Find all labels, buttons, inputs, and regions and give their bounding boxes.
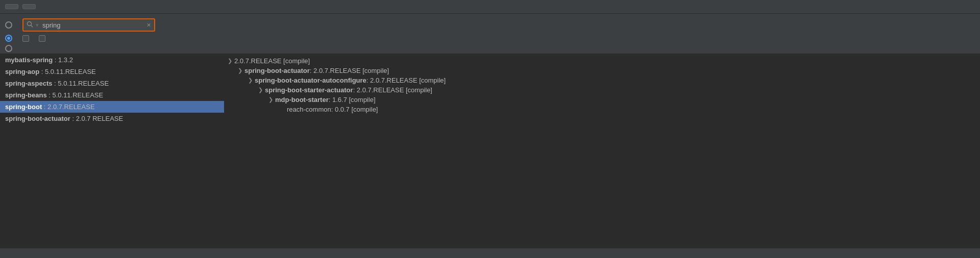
dep-name: spring-aspects <box>5 80 52 87</box>
radio-all-deps-list[interactable] <box>5 35 15 42</box>
toolbar <box>0 0 980 14</box>
tree-item[interactable]: ❯spring-boot-actuator-autoconfigure : 2.… <box>225 75 980 85</box>
dep-name: spring-boot-starter-actuator <box>265 86 353 94</box>
radio-circle-conflicts <box>5 21 12 29</box>
svg-point-0 <box>28 22 32 26</box>
filter-row-list <box>5 33 975 43</box>
dep-version: : 2.0.7.RELEASE <box>42 103 94 111</box>
reimport-button[interactable] <box>22 4 36 9</box>
list-item[interactable]: spring-boot : 2.0.7.RELEASE <box>0 101 224 113</box>
svg-line-1 <box>31 25 33 28</box>
list-item[interactable]: spring-aop : 5.0.11.RELEASE <box>0 66 224 78</box>
chevron-icon: ❯ <box>228 58 232 64</box>
refresh-ui-button[interactable] <box>5 4 18 9</box>
dep-version: : 0.0.7 [compile] <box>331 106 378 113</box>
chevron-icon: ❯ <box>248 77 253 84</box>
tree-item[interactable]: ❯2.0.7.RELEASE [compile] <box>225 56 980 66</box>
dep-name: spring-boot-actuator <box>5 115 70 122</box>
search-input[interactable] <box>42 21 144 29</box>
dep-name: mybatis-spring <box>5 56 53 64</box>
chevron-icon: ❯ <box>238 67 242 74</box>
dep-version: : 5.0.11.RELEASE <box>39 68 96 75</box>
filter-section: ▾ ✕ <box>0 14 980 54</box>
right-pane: ❯2.0.7.RELEASE [compile]❯spring-boot-act… <box>225 54 980 248</box>
dep-name: mdp-boot-starter <box>275 96 329 104</box>
dep-name: spring-aop <box>5 68 39 75</box>
left-pane: mybatis-spring : 1.3.2spring-aop : 5.0.1… <box>0 54 225 248</box>
radio-circle-all-deps-list <box>5 35 12 42</box>
radio-circle-all-deps-tree <box>5 45 12 52</box>
checkbox-show-size[interactable] <box>39 35 48 42</box>
dep-version: : 1.3.2 <box>53 56 73 64</box>
dep-name: spring-boot-actuator-autoconfigure <box>255 76 366 84</box>
search-icon <box>27 21 33 29</box>
checkbox-show-groupid[interactable] <box>22 35 32 42</box>
chevron-icon: ❯ <box>258 87 263 93</box>
tree-item[interactable]: ❯spring-boot-actuator : 2.0.7.RELEASE [c… <box>225 66 980 75</box>
tree-item[interactable]: ❯mdp-boot-starter : 1.6.7 [compile] <box>225 95 980 105</box>
tree-item[interactable]: reach-common : 0.0.7 [compile] <box>225 105 980 114</box>
dep-version: : 2.0.7.RELEASE [compile] <box>310 67 389 74</box>
tree-item[interactable]: ❯spring-boot-starter-actuator : 2.0.7.RE… <box>225 85 980 95</box>
radio-all-deps-tree[interactable] <box>5 45 15 52</box>
show-groupid-checkbox[interactable] <box>22 35 29 42</box>
filter-row-tree <box>5 43 975 54</box>
search-dropdown-icon[interactable]: ▾ <box>36 22 39 29</box>
dep-name: spring-boot-actuator <box>244 67 310 74</box>
search-clear-button[interactable]: ✕ <box>146 22 151 29</box>
filter-row-conflicts: ▾ ✕ <box>5 17 975 33</box>
dep-version: : 2.0.7.RELEASE [compile] <box>353 86 432 94</box>
list-item[interactable]: spring-beans : 5.0.11.RELEASE <box>0 89 224 101</box>
dep-version: : 5.0.11.RELEASE <box>47 91 104 99</box>
content-area: mybatis-spring : 1.3.2spring-aop : 5.0.1… <box>0 54 980 248</box>
chevron-icon: ❯ <box>268 96 273 103</box>
dep-name: reach-common <box>287 106 331 113</box>
list-item[interactable]: spring-aspects : 5.0.11.RELEASE <box>0 78 224 89</box>
dep-version: : 5.0.11.RELEASE <box>52 80 109 87</box>
dep-name: spring-boot <box>5 103 42 111</box>
dep-version: : 1.6.7 [compile] <box>329 96 376 104</box>
list-item[interactable]: spring-boot-actuator : 2.0.7 RELEASE <box>0 113 224 124</box>
dep-version: : 2.0.7 RELEASE <box>70 115 123 122</box>
radio-conflicts[interactable] <box>5 21 15 29</box>
list-item[interactable]: mybatis-spring : 1.3.2 <box>0 54 224 66</box>
dep-name: spring-beans <box>5 91 47 99</box>
show-size-checkbox[interactable] <box>39 35 45 42</box>
search-box: ▾ ✕ <box>22 18 155 32</box>
dep-version: 2.0.7.RELEASE [compile] <box>234 57 310 65</box>
dep-version: : 2.0.7.RELEASE [compile] <box>366 76 446 84</box>
